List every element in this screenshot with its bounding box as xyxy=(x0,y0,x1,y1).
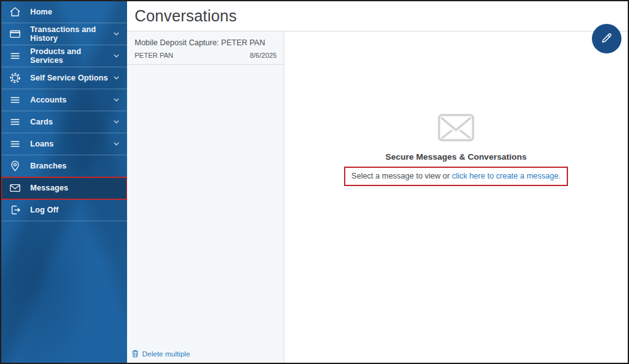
home-icon xyxy=(9,6,21,18)
sidebar-item-label: Self Service Options xyxy=(30,74,112,82)
menu-icon xyxy=(9,50,21,62)
sidebar-item-cards[interactable]: Cards xyxy=(1,111,127,133)
conversation-date: 8/6/2025 xyxy=(250,52,277,59)
conversation-list-item[interactable]: Mobile Deposit Capture: PETER PANPETER P… xyxy=(127,31,284,65)
gear-icon xyxy=(9,72,21,84)
menu-icon xyxy=(9,116,21,128)
conversation-title: Mobile Deposit Capture: PETER PAN xyxy=(135,38,277,47)
conversation-meta: PETER PAN8/6/2025 xyxy=(135,52,277,59)
sidebar-item-home[interactable]: Home xyxy=(1,1,127,23)
sidebar-item-label: Home xyxy=(30,8,121,16)
delete-multiple-button[interactable]: Delete multiple xyxy=(127,345,284,363)
menu-icon xyxy=(9,138,21,150)
sidebar-item-log-off[interactable]: Log Off xyxy=(1,199,127,221)
empty-state-heading: Secure Messages & Conversations xyxy=(386,152,526,162)
create-message-link[interactable]: click here to create a message. xyxy=(452,172,560,180)
pencil-icon xyxy=(600,31,613,47)
sidebar-item-label: Cards xyxy=(30,118,112,126)
sidebar-item-label: Transactions and History xyxy=(30,25,112,43)
sidebar-item-label: Messages xyxy=(30,184,121,192)
sidebar-item-messages[interactable]: Messages xyxy=(1,177,127,199)
chevron-down-icon xyxy=(112,74,121,82)
sidebar-item-label: Loans xyxy=(30,140,112,148)
content-header: Conversations xyxy=(127,1,628,31)
sidebar-item-label: Accounts xyxy=(30,96,112,104)
compose-message-button[interactable] xyxy=(592,24,621,53)
trash-icon xyxy=(131,350,139,358)
chevron-down-icon xyxy=(112,118,121,126)
prompt-text: Select a message to view or xyxy=(352,172,452,180)
page-title: Conversations xyxy=(135,7,237,25)
sidebar-nav: HomeTransactions and HistoryProducts and… xyxy=(1,1,127,363)
sidebar-item-loans[interactable]: Loans xyxy=(1,133,127,155)
card-icon xyxy=(9,28,21,40)
envelope-outline-icon xyxy=(438,114,474,144)
pin-icon xyxy=(9,160,21,172)
sidebar-item-label: Branches xyxy=(30,162,121,170)
sidebar-item-transactions-and-history[interactable]: Transactions and History xyxy=(1,23,127,45)
chevron-down-icon xyxy=(112,96,121,104)
menu-icon xyxy=(9,94,21,106)
delete-multiple-label: Delete multiple xyxy=(142,350,190,358)
conversation-list: Mobile Deposit Capture: PETER PANPETER P… xyxy=(127,31,284,65)
sidebar-item-accounts[interactable]: Accounts xyxy=(1,89,127,111)
sidebar-item-branches[interactable]: Branches xyxy=(1,155,127,177)
message-view-panel: Secure Messages & Conversations Select a… xyxy=(284,31,628,363)
banking-app-window: HomeTransactions and HistoryProducts and… xyxy=(0,0,629,364)
logoff-icon xyxy=(9,204,21,216)
select-message-prompt: Select a message to view or click here t… xyxy=(344,167,569,186)
conversation-list-panel: Mobile Deposit Capture: PETER PANPETER P… xyxy=(127,31,284,363)
sidebar-item-products-and-services[interactable]: Products and Services xyxy=(1,45,127,67)
conversation-sender: PETER PAN xyxy=(135,52,174,59)
sidebar-item-self-service-options[interactable]: Self Service Options xyxy=(1,67,127,89)
content-body: Mobile Deposit Capture: PETER PANPETER P… xyxy=(127,31,628,363)
chevron-down-icon xyxy=(112,30,121,38)
chevron-down-icon xyxy=(112,52,121,60)
chevron-down-icon xyxy=(112,140,121,148)
sidebar-item-label: Products and Services xyxy=(30,47,112,65)
sidebar-item-label: Log Off xyxy=(30,206,121,214)
envelope-icon xyxy=(9,182,21,194)
content-area: Conversations Mobile Deposit Capture: PE… xyxy=(127,1,628,363)
